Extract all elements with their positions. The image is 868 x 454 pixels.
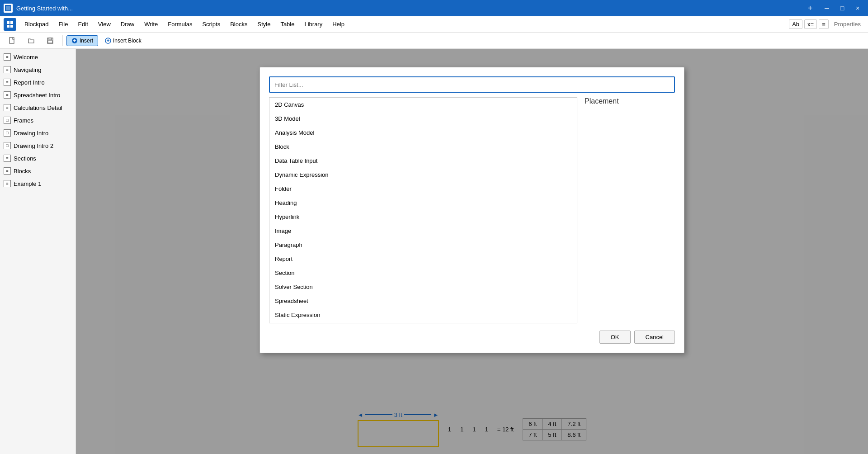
drawing-intro-2-icon: □ — [4, 142, 11, 149]
sidebar-item-blocks[interactable]: ≡ Blocks — [0, 165, 75, 177]
menu-view[interactable]: View — [94, 19, 115, 29]
svg-rect-10 — [48, 41, 52, 43]
close-button[interactable]: × — [851, 3, 864, 14]
list-item[interactable]: Hyperlink — [269, 210, 577, 224]
sidebar-item-report-intro[interactable]: ≡ Report Intro — [0, 76, 75, 89]
maximize-button[interactable]: □ — [835, 3, 849, 14]
minimize-button[interactable]: ─ — [820, 3, 834, 14]
save-file-button[interactable] — [42, 35, 59, 47]
title-bar: Getting Started with... + ─ □ × — [0, 0, 868, 16]
example-1-icon: ≡ — [4, 180, 11, 187]
svg-rect-7 — [9, 38, 14, 43]
sidebar-item-example-1[interactable]: ≡ Example 1 — [0, 177, 75, 190]
sidebar-label-frames: Frames — [14, 117, 33, 124]
cancel-button[interactable]: Cancel — [634, 331, 675, 344]
sidebar-label-drawing-intro-2: Drawing Intro 2 — [14, 142, 53, 149]
sidebar-label-welcome: Welcome — [14, 54, 38, 61]
toolbar-list[interactable]: ≡ — [819, 19, 829, 29]
report-intro-icon: ≡ — [4, 79, 11, 86]
insert-modal: 2D Canvas3D ModelAnalysis ModelBlockData… — [259, 67, 684, 353]
menu-scripts[interactable]: Scripts — [198, 19, 225, 29]
sections-icon: ≡ — [4, 155, 11, 162]
svg-rect-6 — [10, 25, 13, 28]
new-tab-button[interactable]: + — [804, 2, 816, 14]
menu-edit[interactable]: Edit — [73, 19, 92, 29]
navigating-icon: ≡ — [4, 66, 11, 73]
sidebar-item-navigating[interactable]: ≡ Navigating — [0, 63, 75, 76]
spreadsheet-intro-icon: ≡ — [4, 91, 11, 99]
list-container: 2D Canvas3D ModelAnalysis ModelBlockData… — [269, 97, 577, 323]
sidebar-item-sections[interactable]: ≡ Sections — [0, 152, 75, 165]
sidebar-label-drawing-intro: Drawing Intro — [14, 130, 48, 137]
list-item[interactable]: 3D Model — [269, 112, 577, 126]
ok-button[interactable]: OK — [599, 331, 631, 344]
sidebar-item-drawing-intro[interactable]: □ Drawing Intro — [0, 127, 75, 139]
list-item[interactable]: 2D Canvas — [269, 98, 577, 112]
sidebar-label-report-intro: Report Intro — [14, 79, 45, 86]
main-layout: ≡ Welcome ≡ Navigating ≡ Report Intro ≡ … — [0, 49, 868, 454]
list-item[interactable]: Dynamic Expression — [269, 168, 577, 182]
toolbar-fx[interactable]: x= — [804, 19, 817, 29]
placement-title: Placement — [585, 97, 675, 105]
window-title: Getting Started with... — [16, 5, 800, 12]
menu-style[interactable]: Style — [253, 19, 275, 29]
blockpad-logo — [4, 18, 16, 31]
sidebar-item-frames[interactable]: □ Frames — [0, 114, 75, 127]
menu-write[interactable]: Write — [140, 19, 162, 29]
list-item[interactable]: Folder — [269, 182, 577, 196]
list-item[interactable]: Static Expression — [269, 308, 577, 322]
list-item[interactable]: Report — [269, 252, 577, 266]
sidebar-item-welcome[interactable]: ≡ Welcome — [0, 51, 75, 63]
list-item[interactable]: Block — [269, 140, 577, 154]
insert-button[interactable]: Insert — [66, 35, 98, 46]
menu-draw[interactable]: Draw — [116, 19, 139, 29]
list-item[interactable]: Analysis Model — [269, 126, 577, 140]
window-controls: ─ □ × — [820, 3, 864, 14]
calculations-detail-icon: ≡ — [4, 104, 11, 111]
insert-block-button[interactable]: Insert Block — [100, 35, 146, 46]
blocks-icon: ≡ — [4, 167, 11, 175]
app-icon — [4, 4, 13, 13]
svg-rect-1 — [6, 6, 10, 10]
menu-bar: Blockpad File Edit View Draw Write Formu… — [0, 16, 868, 33]
menu-help[interactable]: Help — [328, 19, 349, 29]
list-item[interactable]: Spreadsheet — [269, 294, 577, 308]
menu-library[interactable]: Library — [300, 19, 327, 29]
sidebar-label-spreadsheet-intro: Spreadsheet Intro — [14, 92, 60, 99]
toolbar: Insert Insert Block — [0, 33, 868, 49]
list-item[interactable]: Solver Section — [269, 280, 577, 294]
item-list[interactable]: 2D Canvas3D ModelAnalysis ModelBlockData… — [269, 98, 577, 323]
list-item[interactable]: Data Table Input — [269, 154, 577, 168]
list-item[interactable]: Step-by-Step Section — [269, 322, 577, 323]
toolbar-ab[interactable]: Ab — [789, 19, 802, 29]
content-area: ◄ 3 ft ► 1 1 1 1 = 12 ft — [76, 49, 868, 454]
sidebar-label-calculations-detail: Calculations Detail — [14, 104, 62, 111]
sidebar-label-example-1: Example 1 — [14, 180, 41, 187]
open-file-button[interactable] — [23, 35, 40, 47]
modal-body: 2D Canvas3D ModelAnalysis ModelBlockData… — [269, 97, 675, 323]
sidebar-item-spreadsheet-intro[interactable]: ≡ Spreadsheet Intro — [0, 89, 75, 101]
placement-panel: Placement — [585, 97, 675, 323]
sidebar: ≡ Welcome ≡ Navigating ≡ Report Intro ≡ … — [0, 49, 76, 454]
list-item[interactable]: Paragraph — [269, 238, 577, 252]
sidebar-label-sections: Sections — [14, 155, 36, 162]
list-item[interactable]: Image — [269, 224, 577, 238]
menu-blocks[interactable]: Blocks — [226, 19, 252, 29]
sidebar-item-drawing-intro-2[interactable]: □ Drawing Intro 2 — [0, 139, 75, 152]
menu-blockpad[interactable]: Blockpad — [20, 19, 53, 29]
svg-rect-3 — [7, 21, 9, 24]
modal-footer: OK Cancel — [269, 331, 675, 344]
menu-formulas[interactable]: Formulas — [163, 19, 197, 29]
sidebar-label-navigating: Navigating — [14, 66, 41, 73]
menu-table[interactable]: Table — [276, 19, 299, 29]
properties-label: Properties — [830, 20, 864, 28]
svg-rect-5 — [7, 25, 9, 28]
menu-file[interactable]: File — [54, 19, 72, 29]
sidebar-item-calculations-detail[interactable]: ≡ Calculations Detail — [0, 101, 75, 114]
list-item[interactable]: Heading — [269, 196, 577, 210]
new-file-button[interactable] — [4, 35, 21, 47]
sidebar-label-blocks: Blocks — [14, 168, 31, 175]
filter-input[interactable] — [269, 76, 675, 93]
frames-icon: □ — [4, 117, 11, 124]
list-item[interactable]: Section — [269, 266, 577, 280]
